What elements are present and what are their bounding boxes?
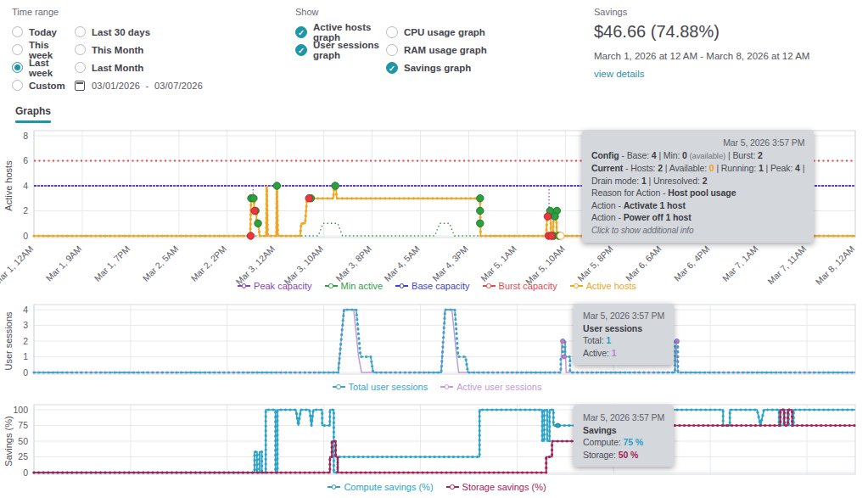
- savings-section: Savings $46.66 (74.88%) March 1, 2026 at…: [594, 7, 809, 81]
- legend-item-base-capacity[interactable]: Base capacity: [395, 281, 469, 291]
- svg-text:0: 0: [23, 231, 28, 241]
- legend-label: Active user sessions: [456, 382, 541, 392]
- user-sessions-chart[interactable]: 01234: [0, 299, 868, 383]
- svg-text:50: 50: [18, 436, 28, 446]
- tab-graphs-label: Graphs: [15, 105, 51, 117]
- legend-item-total-user-sessions[interactable]: Total user sessions: [333, 382, 428, 392]
- checkbox-savings-graph[interactable]: ✓: [386, 62, 398, 74]
- svg-text:2: 2: [23, 336, 28, 346]
- legend-marker-icon: [483, 283, 496, 289]
- savings-pct-y-axis-title: Savings (%): [3, 394, 15, 488]
- show-label: Show: [295, 7, 487, 17]
- tab-active-indicator: [15, 120, 51, 123]
- legend-item-min-active[interactable]: Min active: [325, 281, 384, 291]
- svg-text:Mar 5, 1AM: Mar 5, 1AM: [479, 243, 518, 283]
- svg-text:75: 75: [18, 420, 28, 430]
- radio-this-week[interactable]: [12, 44, 23, 55]
- svg-text:0: 0: [23, 367, 28, 378]
- checkbox-ram-usage-graph[interactable]: [386, 44, 398, 56]
- svg-text:Mar 4, 5AM: Mar 4, 5AM: [382, 243, 422, 283]
- tooltip-active-hosts: Mar 5, 2026 3:57 PMConfig - Base: 4 | Mi…: [582, 131, 814, 243]
- active-hosts-legend: Peak capacityMin activeBase capacityBurs…: [34, 281, 840, 291]
- svg-text:Mar 6, 6AM: Mar 6, 6AM: [624, 243, 664, 283]
- radio-last-week[interactable]: [12, 62, 23, 73]
- radio-last-30-days[interactable]: [75, 26, 86, 37]
- legend-item-burst-capacity[interactable]: Burst capacity: [483, 281, 557, 291]
- savings-amount: $46.66 (74.88%): [594, 22, 809, 42]
- checkbox-user-sessions-graph[interactable]: ✓: [295, 44, 307, 56]
- radio-custom[interactable]: [12, 80, 23, 91]
- svg-text:Mar 6, 4PM: Mar 6, 4PM: [672, 243, 712, 283]
- time-range-label: Time range: [12, 7, 203, 17]
- svg-text:0: 0: [23, 467, 28, 478]
- legend-label: Peak capacity: [254, 281, 311, 291]
- checkbox-label: RAM usage graph: [404, 45, 487, 55]
- legend-item-active-hosts[interactable]: Active hosts: [570, 281, 636, 291]
- radio-label: Last Month: [92, 63, 143, 73]
- savings-pct-chart[interactable]: 0255075100: [0, 395, 868, 480]
- svg-text:Mar 5, 8PM: Mar 5, 8PM: [575, 243, 615, 283]
- svg-text:Mar 7, 11AM: Mar 7, 11AM: [765, 243, 808, 286]
- legend-marker-icon: [238, 283, 250, 289]
- legend-item-peak-capacity[interactable]: Peak capacity: [238, 281, 311, 291]
- svg-text:Mar 7, 1AM: Mar 7, 1AM: [720, 243, 760, 283]
- svg-text:Mar 1, 9AM: Mar 1, 9AM: [43, 243, 83, 283]
- legend-marker-icon: [570, 283, 583, 289]
- checkbox-cpu-usage-graph[interactable]: [386, 26, 398, 38]
- legend-label: Active hosts: [586, 281, 636, 291]
- checkbox-label: User sessions graph: [313, 40, 386, 60]
- legend-label: Min active: [341, 281, 384, 291]
- legend-label: Base capacity: [412, 281, 469, 291]
- autoscale-dashboard: Time range TodayLast 30 daysThis weekThi…: [0, 0, 868, 498]
- legend-label: Storage savings (%): [462, 482, 546, 492]
- svg-text:1: 1: [23, 351, 28, 361]
- radio-last-month[interactable]: [75, 62, 86, 73]
- svg-text:2: 2: [23, 205, 28, 215]
- calendar-icon[interactable]: [75, 81, 85, 91]
- svg-text:3: 3: [23, 320, 28, 330]
- active-hosts-y-axis-title: Active hosts: [3, 139, 15, 232]
- radio-label: Last 30 days: [92, 27, 150, 37]
- radio-label: Today: [29, 27, 57, 37]
- svg-text:Mar 3, 8PM: Mar 3, 8PM: [333, 243, 373, 283]
- savings-date-range: March 1, 2026 at 12 AM - March 8, 2026 a…: [594, 51, 809, 61]
- svg-text:Mar 2, 2PM: Mar 2, 2PM: [188, 243, 228, 283]
- view-details-link[interactable]: view details: [594, 69, 644, 79]
- svg-text:8: 8: [23, 131, 28, 141]
- user-sessions-y-axis-title: User sessions: [3, 294, 15, 388]
- svg-text:25: 25: [18, 451, 28, 462]
- show-section: Show ✓Active hosts graph✓User sessions g…: [295, 7, 487, 76]
- legend-item-storage-savings-[interactable]: Storage savings (%): [446, 482, 546, 492]
- legend-label: Burst capacity: [499, 281, 557, 291]
- time-range-section: Time range TodayLast 30 daysThis weekThi…: [12, 7, 203, 94]
- legend-item-active-user-sessions[interactable]: Active user sessions: [440, 382, 541, 392]
- legend-marker-icon: [440, 384, 453, 390]
- svg-text:Mar 2, 5AM: Mar 2, 5AM: [140, 243, 180, 283]
- radio-label: Custom: [29, 81, 65, 91]
- checkbox-label: Savings graph: [404, 63, 471, 73]
- radio-this-month[interactable]: [75, 44, 86, 55]
- legend-marker-icon: [395, 283, 408, 289]
- legend-label: Compute savings (%): [344, 482, 433, 492]
- tab-graphs[interactable]: Graphs: [15, 105, 51, 123]
- checkbox-active-hosts-graph[interactable]: ✓: [295, 26, 307, 38]
- checkbox-label: CPU usage graph: [404, 27, 485, 37]
- radio-today[interactable]: [12, 26, 23, 37]
- svg-text:Mar 4, 3PM: Mar 4, 3PM: [430, 243, 470, 283]
- savings-label: Savings: [594, 7, 809, 17]
- svg-text:6: 6: [23, 155, 28, 165]
- svg-text:4: 4: [23, 181, 28, 191]
- svg-text:Mar 1, 7PM: Mar 1, 7PM: [92, 243, 132, 283]
- custom-date-range[interactable]: 03/01/2026 - 03/07/2026: [92, 81, 203, 91]
- savings-pct-legend: Compute savings (%)Storage savings (%): [34, 482, 840, 492]
- legend-marker-icon: [333, 384, 345, 390]
- tooltip-user-sessions: Mar 5, 2026 3:57 PMUser sessionsTotal: 1…: [574, 304, 674, 365]
- legend-label: Total user sessions: [349, 382, 428, 392]
- tooltip-savings: Mar 5, 2026 3:57 PMSavingsCompute: 75 %S…: [574, 406, 674, 467]
- legend-item-compute-savings-[interactable]: Compute savings (%): [328, 482, 433, 492]
- legend-marker-icon: [325, 283, 338, 289]
- svg-text:4: 4: [23, 305, 28, 315]
- legend-marker-icon: [446, 484, 459, 490]
- radio-label: Last week: [29, 58, 75, 78]
- user-sessions-legend: Total user sessionsActive user sessions: [34, 382, 840, 392]
